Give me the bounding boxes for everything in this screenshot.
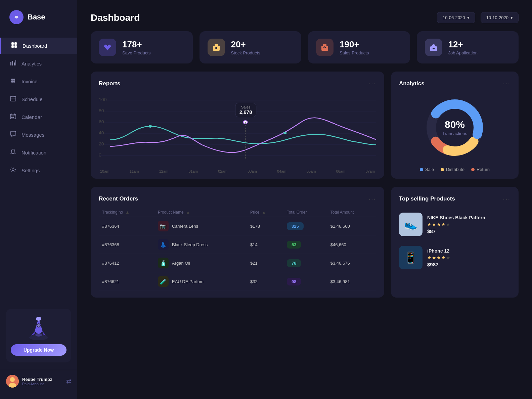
svg-point-10 — [13, 81, 15, 83]
stat-info-jobs: 12+ Job Application — [448, 39, 478, 55]
product-name: iPhone 12 — [427, 248, 511, 254]
messages-icon — [9, 131, 17, 139]
star-filled-icon: ★ — [437, 255, 441, 260]
stat-info-save: 178+ Save Products — [122, 39, 151, 55]
table-row: #876412 🧴 Argan Oil $21 78 $3,46,676 — [99, 254, 376, 272]
sidebar-item-calendar[interactable]: Calendar — [0, 109, 77, 125]
cell-total-amount: $1,46,660 — [327, 217, 376, 235]
sidebar-upgrade: Upgrade Now — [6, 309, 71, 362]
sidebar-item-settings[interactable]: Settings — [0, 162, 77, 179]
job-application-icon — [425, 39, 442, 56]
products-menu-icon[interactable]: ··· — [503, 195, 511, 203]
reports-header: Reports ··· — [99, 80, 376, 87]
svg-rect-6 — [12, 61, 13, 65]
product-img: 📷 — [158, 221, 169, 231]
sidebar-item-messages[interactable]: Messages — [0, 127, 77, 143]
sidebar-item-analytics[interactable]: Analytics — [0, 55, 77, 72]
products-title: Top selling Products — [399, 195, 455, 202]
product-info: iPhone 12 ★★★★★ $987 — [427, 248, 511, 267]
analytics-menu-icon[interactable]: ··· — [503, 80, 511, 87]
page-title: Dashboard — [91, 12, 140, 23]
svg-rect-5 — [10, 62, 11, 65]
analytics-card: Analytics ··· 80% Transactions — [391, 72, 519, 179]
stat-info-stock: 20+ Stock Products — [231, 39, 260, 55]
sidebar-item-label: Schedule — [21, 96, 43, 102]
orders-card: Recent Orders ··· Tracking no ▲ Product … — [91, 187, 384, 298]
upgrade-button[interactable]: Upgrade Now — [11, 344, 66, 356]
product-thumb: 📱 — [399, 246, 423, 269]
reports-menu-icon[interactable]: ··· — [368, 80, 376, 87]
logo-icon — [9, 10, 24, 24]
stat-cards: 178+ Save Products 20+ Stock Products — [91, 31, 519, 63]
cell-total-order: 53 — [283, 235, 327, 254]
star-filled-icon: ★ — [432, 222, 437, 227]
schedule-icon — [9, 95, 17, 103]
date-from-picker[interactable]: 10-06-2020 ▾ — [437, 12, 475, 23]
col-total-order[interactable]: Total Order — [283, 208, 327, 217]
svg-rect-8 — [15, 60, 16, 65]
products-list: 👟 NIKE Shoes Black Pattern ★★★★★ $87 📱 i… — [399, 208, 511, 274]
product-img: 👗 — [158, 239, 169, 250]
chart-x-labels: 10am 11am 12am 01am 02am 03am 04am 05am … — [99, 169, 376, 173]
cell-total-amount: $3,46,676 — [327, 254, 376, 272]
cell-price: $14 — [247, 235, 283, 254]
sidebar-item-schedule[interactable]: Schedule — [0, 91, 77, 107]
calendar-icon — [9, 113, 17, 121]
x-label-5: 03am — [248, 169, 257, 173]
x-label-3: 01am — [188, 169, 198, 173]
chevron-down-icon: ▾ — [467, 15, 470, 20]
star-filled-icon: ★ — [437, 222, 441, 227]
x-label-4: 02am — [218, 169, 227, 173]
col-price[interactable]: Price ▲ — [247, 208, 283, 217]
product-name: Camera Lens — [172, 224, 198, 229]
orders-table-wrapper: Tracking no ▲ Product Name ▲ Price ▲ Tot… — [99, 208, 376, 291]
order-badge: 98 — [287, 278, 301, 285]
user-action-icon[interactable]: ⇄ — [66, 378, 71, 385]
x-label-9: 07am — [365, 169, 375, 173]
list-item: 👟 NIKE Shoes Black Pattern ★★★★★ $87 — [399, 208, 511, 241]
sidebar-item-invoice[interactable]: Invoice — [0, 73, 77, 90]
date-to-picker[interactable]: 10-10-2020 ▾ — [481, 12, 519, 23]
cell-price: $178 — [247, 217, 283, 235]
donut-center: 80% Transactions — [442, 119, 467, 136]
stat-value-sales: 190+ — [340, 39, 369, 50]
sidebar-item-label: Calendar — [21, 114, 42, 120]
svg-rect-4 — [14, 45, 17, 48]
avatar — [6, 375, 19, 388]
star-filled-icon: ★ — [441, 222, 446, 227]
stat-label-save: Save Products — [122, 50, 151, 55]
svg-text:80: 80 — [99, 108, 104, 113]
product-info: NIKE Shoes Black Pattern ★★★★★ $87 — [427, 215, 511, 234]
product-name: EAU DE Parfum — [172, 279, 204, 284]
product-stars: ★★★★★ — [427, 222, 511, 227]
col-tracking[interactable]: Tracking no ▲ — [99, 208, 154, 217]
legend-label-sale: Sale — [425, 167, 434, 172]
notification-icon — [9, 149, 17, 157]
orders-menu-icon[interactable]: ··· — [368, 195, 376, 203]
stock-products-icon — [208, 39, 225, 56]
svg-point-11 — [11, 81, 13, 83]
star-filled-icon: ★ — [427, 255, 432, 260]
sidebar-item-label: Settings — [21, 168, 40, 173]
stat-label-stock: Stock Products — [231, 50, 260, 55]
sidebar-item-dashboard[interactable]: Dashboard — [0, 38, 77, 54]
date-to-value: 10-10-2020 — [486, 15, 509, 20]
table-row: #876364 📷 Camera Lens $178 325 $1,46,660 — [99, 217, 376, 235]
cell-tracking: #876364 — [99, 217, 154, 235]
analytics-icon — [9, 60, 17, 68]
user-info: Reube Trumpz Paid Account — [22, 377, 63, 386]
svg-rect-3 — [11, 45, 14, 48]
sidebar-item-notification[interactable]: Notification — [0, 144, 77, 161]
analytics-legend: Sale Distribute Return — [399, 167, 511, 172]
svg-rect-13 — [10, 96, 16, 101]
svg-rect-17 — [10, 114, 16, 119]
stat-value-save: 178+ — [122, 39, 151, 50]
order-badge: 53 — [287, 241, 301, 249]
cell-tracking: #876621 — [99, 272, 154, 291]
cell-total-order: 98 — [283, 272, 327, 291]
stat-value-stock: 20+ — [231, 39, 260, 50]
logo-text: Base — [28, 13, 45, 21]
col-product[interactable]: Product Name ▲ — [154, 208, 247, 217]
x-label-7: 05am — [307, 169, 316, 173]
user-name: Reube Trumpz — [22, 377, 63, 382]
